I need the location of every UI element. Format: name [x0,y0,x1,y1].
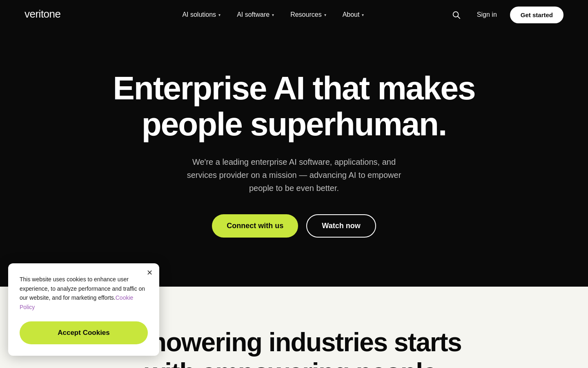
nav-item-ai-software[interactable]: AI software ▾ [230,8,281,22]
hero-buttons: Connect with us Watch now [24,214,564,238]
chevron-down-icon: ▾ [362,13,364,17]
hero-title: Enterprise AI that makes people superhum… [69,70,519,142]
cookie-text: This website uses cookies to enhance use… [20,275,148,312]
section-two-title: Emowering industries starts with empower… [110,328,478,368]
nav-actions: Sign in Get started [448,7,564,23]
logo-svg: veritone [24,6,98,21]
accept-cookies-button[interactable]: Accept Cookies [20,321,148,344]
nav-links: AI solutions ▾ AI software ▾ Resources ▾… [176,8,370,22]
nav-label-about: About [343,11,360,18]
nav-label-resources: Resources [290,11,321,18]
search-button[interactable] [448,7,464,22]
logo-text: veritone [24,6,98,24]
nav-item-ai-solutions[interactable]: AI solutions ▾ [176,8,227,22]
signin-button[interactable]: Sign in [470,8,503,22]
cookie-close-button[interactable]: ✕ [147,269,153,276]
chevron-down-icon: ▾ [324,13,326,17]
svg-line-2 [458,16,460,18]
search-icon [452,10,461,19]
chevron-down-icon: ▾ [272,13,274,17]
connect-with-us-button[interactable]: Connect with us [212,214,298,238]
nav-item-resources[interactable]: Resources ▾ [284,8,332,22]
svg-text:veritone: veritone [24,8,61,20]
section-two-title-partial: Emowering industries starts with empower… [127,328,461,368]
get-started-button[interactable]: Get started [510,7,564,23]
nav-item-about[interactable]: About ▾ [336,8,371,22]
navbar: veritone AI solutions ▾ AI software ▾ Re… [0,0,588,29]
hero-section: Enterprise AI that makes people superhum… [0,29,588,287]
logo[interactable]: veritone [24,6,98,24]
watch-now-button[interactable]: Watch now [306,214,376,238]
cookie-banner: ✕ This website uses cookies to enhance u… [8,263,159,356]
nav-label-ai-solutions: AI solutions [182,11,216,18]
nav-label-ai-software: AI software [237,11,270,18]
hero-subtitle: We're a leading enterprise AI software, … [180,155,408,195]
chevron-down-icon: ▾ [218,13,220,17]
